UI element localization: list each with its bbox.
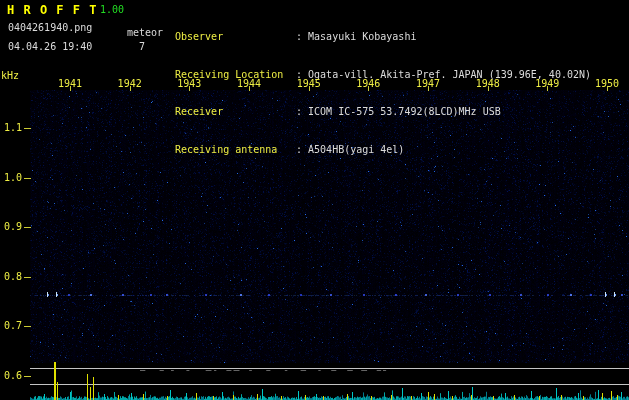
hrofft-output-screen: H R O F F T 1.00 0404261940.png meteor 0… (0, 0, 629, 400)
info-label: Observer (175, 31, 296, 44)
x-tick-label: 1946 (356, 78, 380, 89)
y-tick-label: 0.8 (2, 271, 22, 282)
y-tick-label: 1.1 (2, 122, 22, 133)
info-label: Receiver (175, 106, 296, 119)
x-tick-label: 1949 (535, 78, 559, 89)
station-info-block: Observer: Masayuki Kobayashi Receiving L… (175, 6, 591, 181)
x-tick-label: 1945 (297, 78, 321, 89)
x-tick-label: 1941 (58, 78, 82, 89)
y-tick-label: 0.7 (2, 320, 22, 331)
info-separator: : (296, 106, 308, 119)
mode-label: meteor (127, 27, 163, 38)
x-tick-label: 1944 (237, 78, 261, 89)
info-value: Masayuki Kobayashi (308, 31, 416, 44)
y-tick-label: 0.6 (2, 370, 22, 381)
x-tick-label: 1943 (177, 78, 201, 89)
echo-count-value: 7 (139, 41, 145, 52)
datetime-label: 04.04.26 19:40 (8, 41, 92, 52)
y-tick-label: 0.9 (2, 221, 22, 232)
app-version: 1.00 (100, 4, 124, 15)
info-row-antenna: Receiving antenna: A504HB(yagi 4el) (175, 144, 591, 157)
info-separator: : (296, 31, 308, 44)
y-axis-unit-label: kHz (1, 70, 19, 81)
info-value: A504HB(yagi 4el) (308, 144, 404, 157)
y-tick-label: 1.0 (2, 172, 22, 183)
x-tick-label: 1948 (476, 78, 500, 89)
info-label: Receiving antenna (175, 144, 296, 157)
info-separator: : (296, 144, 308, 157)
info-row-receiver: Receiver: ICOM IC-575 53.7492(8LCD)MHz U… (175, 106, 591, 119)
x-tick-label: 1942 (118, 78, 142, 89)
x-tick-label: 1947 (416, 78, 440, 89)
info-row-observer: Observer: Masayuki Kobayashi (175, 31, 591, 44)
app-title: H R O F F T (7, 3, 97, 17)
info-value: ICOM IC-575 53.7492(8LCD)MHz USB (308, 106, 501, 119)
x-tick-label: 1950 (595, 78, 619, 89)
output-filename: 0404261940.png (8, 22, 92, 33)
